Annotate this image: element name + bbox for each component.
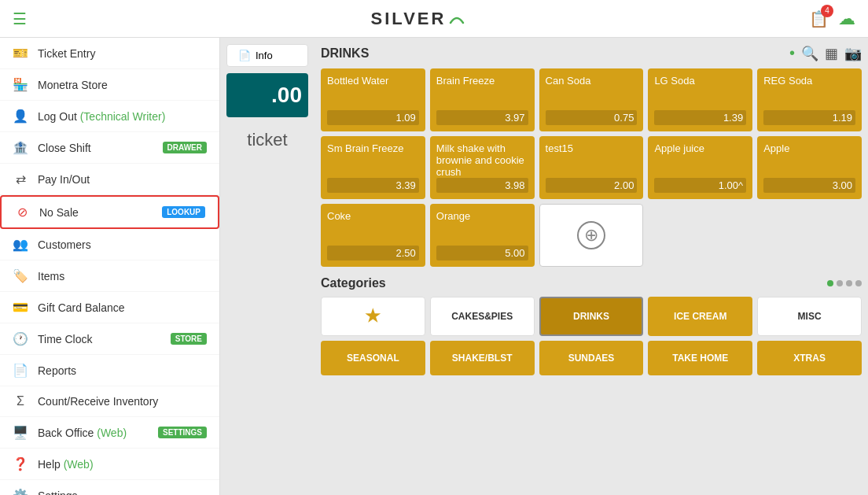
cat-misc[interactable]: MISC [757,297,862,336]
sidebar-item-settings[interactable]: ⚙️ Settings [0,480,219,495]
notifications-icon[interactable]: 📋 4 [809,9,829,28]
store-badge: STORE [171,333,207,345]
sidebar-label-items: Items [38,270,207,283]
active-dot: • [789,44,795,62]
cat-seasonal[interactable]: SEASONAL [321,341,425,375]
cloud-sync-icon[interactable]: ☁ [838,9,855,29]
customers-icon: 👥 [13,237,28,252]
settings-badge: SETTINGS [158,427,207,438]
drawer-badge: DRAWER [163,142,207,153]
product-milkshake[interactable]: Milk shake with brownie and cookie crush… [430,136,535,199]
sidebar-item-items[interactable]: 🏷️ Items [0,260,219,292]
drinks-title: DRINKS [321,46,369,61]
product-bottled-water[interactable]: Bottled Water 1.09 [321,68,425,131]
sidebar-label-no-sale: No Sale [39,206,153,219]
sidebar-item-pay-in-out[interactable]: ⇄ Pay In/Out [0,164,219,195]
category-row-1: ★ CAKES&PIES DRINKS ICE CREAM MISC [321,297,862,336]
sidebar-label-reports: Reports [38,364,207,377]
amount-display: .00 [226,73,308,117]
product-apple[interactable]: Apple 3.00 [757,136,862,199]
sidebar-item-reports[interactable]: 📄 Reports [0,355,219,386]
cat-ice-cream[interactable]: ICE CREAM [648,297,752,336]
sidebar-label-ticket-entry: Ticket Entry [38,47,207,60]
product-test15[interactable]: test15 2.00 [539,136,644,199]
sidebar-item-count-inventory[interactable]: Σ Count/Receive Inventory [0,386,219,417]
product-name: test15 [546,142,638,154]
right-content: 📄 Info .00 ticket DRINKS • 🔍 ▦ 📷 [220,38,868,495]
dot-4 [855,280,862,286]
search-icon[interactable]: 🔍 [801,45,818,62]
sidebar-item-close-shift[interactable]: 🏦 Close Shift DRAWER [0,132,219,164]
sidebar-item-gift-card[interactable]: 💳 Gift Card Balance [0,292,219,323]
sidebar-label-time-clock: Time Clock [38,333,161,345]
product-apple-juice[interactable]: Apple juice 1.00^ [648,136,752,199]
top-bar-actions: 📋 4 ☁ [809,9,855,29]
cat-cakes-pies[interactable]: CAKES&PIES [430,297,535,336]
sidebar-item-ticket-entry[interactable]: 🎫 Ticket Entry [0,38,219,69]
sidebar-label-count-inventory: Count/Receive Inventory [38,395,207,408]
sidebar-item-customers[interactable]: 👥 Customers [0,229,219,260]
ticket-panel: 📄 Info .00 ticket [220,38,314,495]
info-label: Info [256,50,273,61]
product-price: 0.75 [546,110,638,125]
product-reg-soda[interactable]: REG Soda 1.19 [757,68,862,131]
dot-3 [846,280,852,286]
top-bar: ☰ SILVER 📋 4 ☁ [0,0,868,38]
product-brain-freeze[interactable]: Brain Freeze 3.97 [430,68,535,131]
product-orange[interactable]: Orange 5.00 [430,204,535,267]
app-title: SILVER [371,9,447,29]
bank-icon: 🏦 [13,140,28,155]
help-icon: ❓ [13,456,28,471]
main-layout: 🎫 Ticket Entry 🏪 Monetra Store 👤 Log Out… [0,38,868,495]
hamburger-menu-icon[interactable]: ☰ [13,9,27,28]
product-grid: Bottled Water 1.09 Brain Freeze 3.97 Can… [321,68,862,267]
empty-cell-1 [648,204,752,267]
sidebar-item-back-office[interactable]: 🖥️ Back Office (Web) SETTINGS [0,417,219,449]
product-lg-soda[interactable]: LG Soda 1.39 [648,68,752,131]
dot-1 [827,280,833,286]
sidebar-item-time-clock[interactable]: 🕐 Time Clock STORE [0,323,219,355]
add-icon: ⊕ [577,221,605,249]
cat-shake-blst[interactable]: SHAKE/BLST [430,341,535,375]
product-price: 1.09 [327,110,419,125]
category-dots [827,280,862,286]
product-price: 2.50 [327,246,419,260]
product-price: 3.98 [436,178,528,193]
product-price: 3.97 [436,110,528,125]
cat-take-home[interactable]: TAKE HOME [648,341,752,375]
ticket-label: ticket [220,124,314,157]
sigma-icon: Σ [13,394,28,408]
sidebar-label-logout: Log Out (Technical Writer) [38,110,207,123]
ticket-area: 📄 Info .00 ticket DRINKS • 🔍 ▦ 📷 [220,38,868,495]
sidebar-item-monetra-store[interactable]: 🏪 Monetra Store [0,69,219,101]
cat-sundaes[interactable]: SUNDAES [539,341,644,375]
cat-favorites[interactable]: ★ [321,297,425,336]
product-can-soda[interactable]: Can Soda 0.75 [539,68,644,131]
product-name: LG Soda [654,75,746,87]
sidebar-label-settings: Settings [38,489,207,496]
sidebar-item-help[interactable]: ❓ Help (Web) [0,449,219,480]
grid-view-icon[interactable]: ▦ [825,45,838,62]
add-product-button[interactable]: ⊕ [539,204,644,267]
notification-badge: 4 [821,5,833,17]
product-coke[interactable]: Coke 2.50 [321,204,425,267]
transfer-icon: ⇄ [13,172,28,187]
sidebar-label-back-office: Back Office (Web) [38,427,149,439]
gift-card-icon: 💳 [13,300,28,315]
categories-title: Categories [321,276,386,290]
app-logo: SILVER [371,9,465,29]
cat-drinks[interactable]: DRINKS [539,297,644,336]
camera-icon[interactable]: 📷 [844,45,862,62]
sidebar-item-logout[interactable]: 👤 Log Out (Technical Writer) [0,101,219,132]
product-price: 1.19 [763,110,855,125]
product-name: Milk shake with brownie and cookie crush [436,142,528,178]
drinks-section-header: DRINKS • 🔍 ▦ 📷 [321,44,862,62]
product-price: 1.00^ [654,178,746,193]
store-icon: 🏪 [13,77,28,92]
product-name: Brain Freeze [436,75,528,87]
info-tab[interactable]: 📄 Info [226,44,308,67]
cat-xtras[interactable]: XTRAS [757,341,862,375]
product-sm-brain-freeze[interactable]: Sm Brain Freeze 3.39 [321,136,425,199]
sidebar-label-gift-card: Gift Card Balance [38,301,207,314]
sidebar-item-no-sale[interactable]: ⊘ No Sale LOOKUP [0,195,219,229]
